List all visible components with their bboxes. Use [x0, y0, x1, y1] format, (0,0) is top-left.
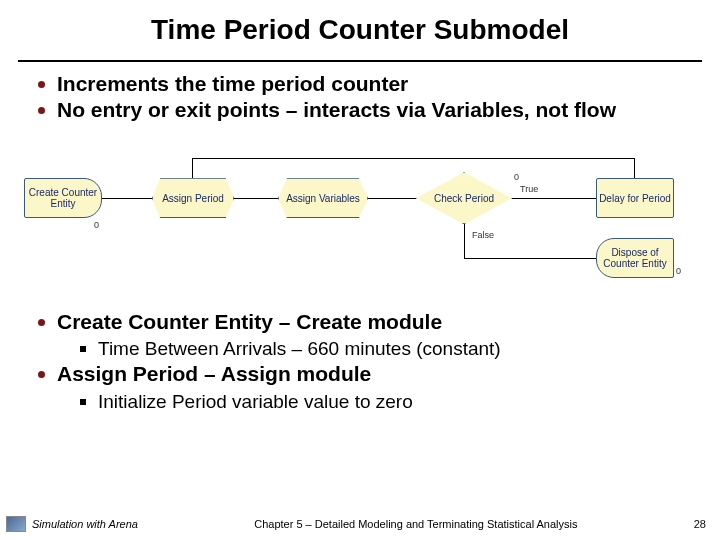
connector [464, 258, 596, 259]
bullet-item: Assign Period – Assign module [38, 362, 692, 386]
sub-bullet-item: Time Between Arrivals – 660 minutes (con… [80, 338, 692, 360]
connector [192, 158, 193, 178]
connector [512, 198, 596, 199]
false-label: False [472, 230, 494, 240]
sub-bullet-item: Initialize Period variable value to zero [80, 391, 692, 413]
bullet-item: Increments the time period counter [38, 72, 692, 96]
footer-left: Simulation with Arena [32, 518, 138, 530]
connector [634, 158, 635, 178]
count-label: 0 [514, 172, 519, 182]
page-number: 28 [694, 518, 720, 530]
count-label: 0 [94, 220, 99, 230]
book-icon [6, 516, 26, 532]
footer-center: Chapter 5 – Detailed Modeling and Termin… [138, 518, 694, 530]
square-bullet-icon [80, 399, 86, 405]
bullet-text: Create Counter Entity – Create module [57, 310, 442, 334]
flow-diagram: Create Counter Entity Assign Period Assi… [20, 140, 700, 280]
title-rule [18, 60, 702, 62]
bullet-item: Create Counter Entity – Create module [38, 310, 692, 334]
sub-bullet-text: Initialize Period variable value to zero [98, 391, 413, 413]
sub-bullet-text: Time Between Arrivals – 660 minutes (con… [98, 338, 501, 360]
connector [368, 198, 416, 199]
bullet-text: Increments the time period counter [57, 72, 408, 96]
square-bullet-icon [80, 346, 86, 352]
connector [102, 198, 152, 199]
true-label: True [520, 184, 538, 194]
assign-period-module: Assign Period [152, 178, 234, 218]
connector [234, 198, 278, 199]
dispose-module: Dispose of Counter Entity [596, 238, 674, 278]
decide-module: Check Period [416, 172, 512, 224]
bullet-dot-icon [38, 371, 45, 378]
slide-title: Time Period Counter Submodel [0, 0, 720, 54]
top-bullet-list: Increments the time period counter No en… [0, 66, 720, 122]
bottom-bullet-list: Create Counter Entity – Create module Ti… [0, 280, 720, 412]
bullet-text: Assign Period – Assign module [57, 362, 371, 386]
delay-module: Delay for Period [596, 178, 674, 218]
bullet-dot-icon [38, 319, 45, 326]
bullet-item: No entry or exit points – interacts via … [38, 98, 692, 122]
assign-variables-module: Assign Variables [278, 178, 368, 218]
bullet-dot-icon [38, 107, 45, 114]
connector [464, 224, 465, 258]
count-label: 0 [676, 266, 681, 276]
bullet-dot-icon [38, 81, 45, 88]
create-module: Create Counter Entity [24, 178, 102, 218]
bullet-text: No entry or exit points – interacts via … [57, 98, 616, 122]
slide-footer: Simulation with Arena Chapter 5 – Detail… [0, 514, 720, 534]
connector [192, 158, 635, 159]
